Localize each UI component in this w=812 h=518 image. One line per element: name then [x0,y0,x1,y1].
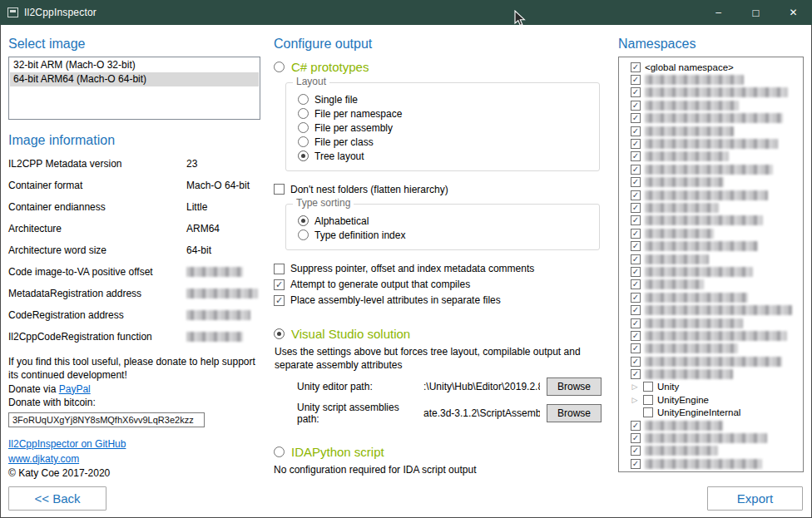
checkbox-icon: ✓ [631,343,641,353]
info-row: CodeRegistration address [8,304,260,326]
namespace-row[interactable]: ✓ [631,137,800,150]
output-option-checkboxes: Suppress pointer, offset and index metad… [274,262,605,307]
browse-button[interactable]: Browse [547,404,602,422]
namespace-row[interactable]: ✓ [631,419,800,432]
bitcoin-address-input[interactable] [8,412,205,427]
redacted-text [645,113,783,123]
redacted-text [645,318,743,328]
info-row: Il2CppCodeRegistration function [8,326,260,348]
radio-icon [274,446,285,457]
radio-option[interactable]: File per namespace [298,107,591,120]
expander-icon[interactable]: ▷ [631,382,639,391]
csharp-prototypes-option[interactable]: C# prototypes [274,60,605,74]
namespace-row[interactable]: ✓ [631,112,800,125]
radio-option[interactable]: File per assembly [298,121,591,134]
checkbox-icon: ✓ [631,87,641,97]
info-label: IL2CPP Metadata version [8,158,186,170]
namespace-row[interactable]: ✓ [631,355,800,368]
checkbox-icon [274,184,285,195]
checkbox-row[interactable]: Suppress pointer, offset and index metad… [274,262,605,275]
radio-icon [274,62,285,72]
namespace-row[interactable]: ✓ [631,227,800,239]
info-label: Code image-to-VA positive offset [8,266,186,278]
namespace-row[interactable]: ✓ [631,150,800,163]
info-value: 64-bit [186,244,211,256]
namespace-row[interactable]: UnityEngineInternal [631,407,800,419]
path-field: Unity editor path::\Unity\Hub\Editor\201… [297,377,605,396]
checkbox-row[interactable]: Don't nest folders (flatten hierarchy) [274,183,605,195]
checkbox-icon: ✓ [631,151,641,161]
app-icon [7,7,18,17]
idapython-script-option[interactable]: IDAPython script [274,445,605,459]
info-label: Architecture [8,223,186,234]
namespace-row[interactable]: ✓ [631,253,800,265]
namespace-row[interactable]: ✓ [631,99,800,111]
namespace-row[interactable]: ▷Unity [631,381,800,393]
namespace-row[interactable]: ✓ [631,215,800,227]
website-link[interactable]: www.djkaty.com [8,453,79,465]
option-label: Single file [314,94,358,106]
namespace-row[interactable]: ✓ [631,303,800,316]
paypal-link[interactable]: PayPal [59,383,91,395]
export-button[interactable]: Export [707,486,803,511]
redacted-text [645,101,739,111]
radio-icon [298,215,309,226]
namespace-row[interactable]: ✓ [631,176,800,189]
namespaces-list[interactable]: ✓<global namespace>✓✓✓✓✓✓✓✓✓✓✓✓✓✓✓✓✓✓✓✓✓… [618,57,804,472]
radio-icon [298,108,309,119]
namespace-row[interactable]: ✓ [631,432,800,444]
namespace-row[interactable]: ✓ [631,329,800,342]
maximize-button[interactable]: □ [737,0,775,25]
close-button[interactable]: ✕ [775,0,812,25]
checkbox-row[interactable]: ✓Attempt to generate output that compile… [274,278,605,291]
namespace-row[interactable]: ✓ [631,189,800,201]
image-list-item[interactable]: 64-bit ARM64 (Mach-O 64-bit) [10,72,259,86]
github-link[interactable]: Il2CppInspector on GitHub [8,438,126,450]
checkbox-icon [274,264,285,274]
expander-icon[interactable]: ▷ [631,396,639,404]
radio-option[interactable]: File per class [298,136,591,148]
redacted-text [645,293,748,303]
info-row: ArchitectureARM64 [8,218,260,239]
namespace-row[interactable]: ✓ [631,279,800,291]
radio-option[interactable]: Single file [298,93,591,106]
namespace-row[interactable]: ✓ [631,291,800,303]
namespace-row[interactable]: ✓ [631,73,800,86]
back-button[interactable]: << Back [8,486,106,511]
namespace-row[interactable]: ✓ [631,265,800,278]
visual-studio-solution-option[interactable]: Visual Studio solution [274,327,605,341]
redacted-text [645,459,762,469]
browse-button[interactable]: Browse [547,377,602,396]
image-list[interactable]: 32-bit ARM (Mach-O 32-bit)64-bit ARM64 (… [8,57,260,120]
namespace-row[interactable]: ✓ [631,125,800,137]
checkbox-icon: ✓ [631,293,641,303]
namespace-row[interactable]: ✓<global namespace> [631,61,800,73]
checkbox-icon: ✓ [631,318,641,328]
namespace-row[interactable]: ✓ [631,201,800,214]
radio-option[interactable]: Alphabetical [298,215,591,227]
namespace-row[interactable]: ✓ [631,86,800,99]
namespace-label: UnityEngine [657,395,709,405]
redacted-text [645,267,753,277]
redacted-text [645,369,733,379]
namespace-row[interactable]: ✓ [631,457,800,470]
image-list-item[interactable]: 32-bit ARM (Mach-O 32-bit) [10,58,259,72]
radio-icon [274,328,285,339]
checkbox-row[interactable]: ✓Place assembly-level attributes in sepa… [274,294,605,307]
checkbox-icon: ✓ [631,267,641,277]
namespace-row[interactable]: ✓ [631,317,800,329]
checkbox-icon: ✓ [631,421,641,431]
radio-option[interactable]: Tree layout [298,150,591,162]
radio-option[interactable]: Type definition index [298,229,591,241]
namespace-row[interactable]: ✓ [631,239,800,252]
checkbox-icon: ✓ [631,75,641,85]
info-label: Architecture word size [8,244,186,256]
layout-options: Single fileFile per namespaceFile per as… [298,93,591,162]
namespace-row[interactable]: ✓ [631,163,800,175]
namespace-row[interactable]: ✓ [631,368,800,380]
namespace-row[interactable]: ✓ [631,445,800,457]
select-image-panel: Select image 32-bit ARM (Mach-O 32-bit)6… [8,30,260,518]
namespace-row[interactable]: ✓ [631,343,800,355]
minimize-button[interactable]: – [700,0,737,25]
namespace-row[interactable]: ▷UnityEngine [631,393,800,406]
